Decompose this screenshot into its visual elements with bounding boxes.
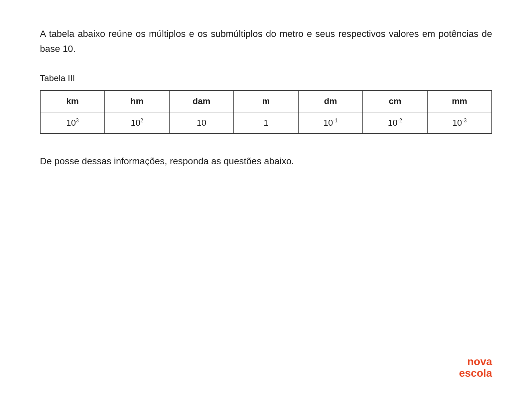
table-values-row: 103 102 10 1 10-1 10-2 10-3 bbox=[40, 112, 492, 134]
header-mm: mm bbox=[427, 90, 492, 112]
value-km: 103 bbox=[40, 112, 105, 134]
header-hm: hm bbox=[105, 90, 169, 112]
value-cm: 10-2 bbox=[363, 112, 427, 134]
value-dm: 10-1 bbox=[298, 112, 363, 134]
header-cm: cm bbox=[363, 90, 427, 112]
value-dam: 10 bbox=[169, 112, 234, 134]
measurement-table: km hm dam m dm cm mm 103 102 10 1 10-1 1… bbox=[40, 90, 492, 134]
brand-line1: nova bbox=[467, 355, 492, 367]
header-dam: dam bbox=[169, 90, 234, 112]
value-m: 1 bbox=[234, 112, 298, 134]
conclusion-paragraph: De posse dessas informações, responda as… bbox=[40, 154, 492, 169]
intro-paragraph: A tabela abaixo reúne os múltiplos e os … bbox=[40, 27, 492, 57]
table-header-row: km hm dam m dm cm mm bbox=[40, 90, 492, 112]
brand-line2: escola bbox=[459, 367, 492, 379]
header-km: km bbox=[40, 90, 105, 112]
header-dm: dm bbox=[298, 90, 363, 112]
table-label: Tabela III bbox=[40, 73, 492, 83]
brand-logo: nova escola bbox=[459, 356, 492, 379]
value-mm: 10-3 bbox=[427, 112, 492, 134]
header-m: m bbox=[234, 90, 298, 112]
value-hm: 102 bbox=[105, 112, 169, 134]
